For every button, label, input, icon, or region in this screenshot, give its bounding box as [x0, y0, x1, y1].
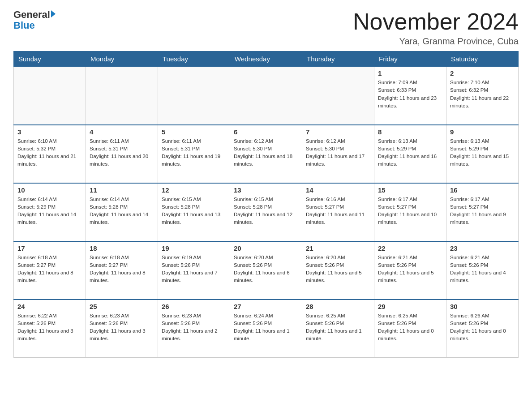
header-monday: Monday	[86, 51, 158, 67]
day-info: Sunrise: 6:15 AMSunset: 5:28 PMDaylight:…	[234, 196, 298, 227]
day-info: Sunrise: 7:10 AMSunset: 6:32 PMDaylight:…	[450, 79, 515, 110]
day-info: Sunrise: 6:22 AMSunset: 5:26 PMDaylight:…	[17, 312, 82, 343]
calendar-cell: 25Sunrise: 6:23 AMSunset: 5:26 PMDayligh…	[86, 300, 158, 358]
day-number: 5	[162, 128, 226, 136]
day-info: Sunrise: 6:18 AMSunset: 5:27 PMDaylight:…	[17, 254, 82, 285]
day-info: Sunrise: 6:10 AMSunset: 5:32 PMDaylight:…	[17, 137, 82, 168]
calendar-cell: 29Sunrise: 6:25 AMSunset: 5:26 PMDayligh…	[374, 300, 446, 358]
day-number: 28	[306, 303, 370, 310]
calendar-cell: 4Sunrise: 6:11 AMSunset: 5:31 PMDaylight…	[86, 125, 158, 183]
calendar-cell: 7Sunrise: 6:12 AMSunset: 5:30 PMDaylight…	[302, 125, 374, 183]
calendar-cell	[14, 67, 86, 125]
day-number: 6	[234, 128, 298, 136]
day-number: 20	[234, 244, 298, 252]
title-section: November 2024 Yara, Granma Province, Cub…	[353, 9, 519, 47]
day-number: 4	[90, 128, 154, 136]
day-info: Sunrise: 6:13 AMSunset: 5:29 PMDaylight:…	[378, 137, 442, 168]
day-number: 18	[90, 244, 154, 252]
day-info: Sunrise: 6:23 AMSunset: 5:26 PMDaylight:…	[162, 312, 226, 343]
day-info: Sunrise: 6:11 AMSunset: 5:31 PMDaylight:…	[162, 137, 226, 168]
day-info: Sunrise: 6:23 AMSunset: 5:26 PMDaylight:…	[90, 312, 154, 343]
calendar-cell: 2Sunrise: 7:10 AMSunset: 6:32 PMDaylight…	[446, 67, 519, 125]
calendar-cell: 16Sunrise: 6:17 AMSunset: 5:27 PMDayligh…	[446, 183, 519, 241]
logo-general: General	[13, 9, 50, 21]
calendar-cell: 15Sunrise: 6:17 AMSunset: 5:27 PMDayligh…	[374, 183, 446, 241]
day-info: Sunrise: 6:17 AMSunset: 5:27 PMDaylight:…	[450, 196, 515, 227]
day-info: Sunrise: 6:24 AMSunset: 5:26 PMDaylight:…	[234, 312, 298, 343]
month-title: November 2024	[353, 9, 519, 34]
day-number: 12	[162, 186, 226, 194]
day-number: 11	[90, 186, 154, 194]
day-number: 15	[378, 186, 442, 194]
header-thursday: Thursday	[302, 51, 374, 67]
calendar-cell: 23Sunrise: 6:21 AMSunset: 5:26 PMDayligh…	[446, 241, 519, 300]
page-header: General Blue November 2024 Yara, Granma …	[13, 9, 519, 47]
calendar-cell	[302, 67, 374, 125]
day-number: 26	[162, 303, 226, 310]
location: Yara, Granma Province, Cuba	[353, 36, 519, 47]
calendar-row-3: 10Sunrise: 6:14 AMSunset: 5:29 PMDayligh…	[14, 183, 519, 241]
calendar-row-5: 24Sunrise: 6:22 AMSunset: 5:26 PMDayligh…	[14, 300, 519, 358]
logo-text: General	[13, 9, 56, 21]
day-number: 19	[162, 244, 226, 252]
day-number: 13	[234, 186, 298, 194]
calendar-cell: 14Sunrise: 6:16 AMSunset: 5:27 PMDayligh…	[302, 183, 374, 241]
calendar-cell: 6Sunrise: 6:12 AMSunset: 5:30 PMDaylight…	[230, 125, 302, 183]
day-number: 27	[234, 303, 298, 310]
day-number: 10	[17, 186, 82, 194]
calendar-cell: 9Sunrise: 6:13 AMSunset: 5:29 PMDaylight…	[446, 125, 519, 183]
day-number: 22	[378, 244, 442, 252]
calendar-cell: 19Sunrise: 6:19 AMSunset: 5:26 PMDayligh…	[158, 241, 230, 300]
day-info: Sunrise: 6:20 AMSunset: 5:26 PMDaylight:…	[234, 254, 298, 285]
day-number: 2	[450, 69, 515, 77]
day-info: Sunrise: 6:11 AMSunset: 5:31 PMDaylight:…	[90, 137, 154, 168]
calendar-cell: 10Sunrise: 6:14 AMSunset: 5:29 PMDayligh…	[14, 183, 86, 241]
day-number: 23	[450, 244, 515, 252]
logo-arrow-icon	[51, 10, 56, 17]
day-info: Sunrise: 6:13 AMSunset: 5:29 PMDaylight:…	[450, 137, 515, 168]
day-number: 3	[17, 128, 82, 136]
day-info: Sunrise: 6:12 AMSunset: 5:30 PMDaylight:…	[234, 137, 298, 168]
logo: General Blue	[13, 9, 56, 31]
day-info: Sunrise: 6:16 AMSunset: 5:27 PMDaylight:…	[306, 196, 370, 227]
calendar-cell: 13Sunrise: 6:15 AMSunset: 5:28 PMDayligh…	[230, 183, 302, 241]
day-number: 29	[378, 303, 442, 310]
calendar-cell: 21Sunrise: 6:20 AMSunset: 5:26 PMDayligh…	[302, 241, 374, 300]
calendar-cell: 20Sunrise: 6:20 AMSunset: 5:26 PMDayligh…	[230, 241, 302, 300]
header-wednesday: Wednesday	[230, 51, 302, 67]
day-info: Sunrise: 7:09 AMSunset: 6:33 PMDaylight:…	[378, 79, 442, 110]
calendar-cell	[158, 67, 230, 125]
header-saturday: Saturday	[446, 51, 519, 67]
day-info: Sunrise: 6:14 AMSunset: 5:29 PMDaylight:…	[17, 196, 82, 227]
day-number: 17	[17, 244, 82, 252]
calendar-row-4: 17Sunrise: 6:18 AMSunset: 5:27 PMDayligh…	[14, 241, 519, 300]
calendar-table: Sunday Monday Tuesday Wednesday Thursday…	[13, 51, 519, 358]
day-info: Sunrise: 6:20 AMSunset: 5:26 PMDaylight:…	[306, 254, 370, 285]
day-number: 25	[90, 303, 154, 310]
calendar-cell: 26Sunrise: 6:23 AMSunset: 5:26 PMDayligh…	[158, 300, 230, 358]
day-info: Sunrise: 6:25 AMSunset: 5:26 PMDaylight:…	[306, 312, 370, 343]
calendar-cell: 3Sunrise: 6:10 AMSunset: 5:32 PMDaylight…	[14, 125, 86, 183]
calendar-cell: 28Sunrise: 6:25 AMSunset: 5:26 PMDayligh…	[302, 300, 374, 358]
day-number: 24	[17, 303, 82, 310]
calendar-cell: 24Sunrise: 6:22 AMSunset: 5:26 PMDayligh…	[14, 300, 86, 358]
day-number: 16	[450, 186, 515, 194]
calendar-cell: 30Sunrise: 6:26 AMSunset: 5:26 PMDayligh…	[446, 300, 519, 358]
day-info: Sunrise: 6:18 AMSunset: 5:27 PMDaylight:…	[90, 254, 154, 285]
day-info: Sunrise: 6:17 AMSunset: 5:27 PMDaylight:…	[378, 196, 442, 227]
calendar-cell	[230, 67, 302, 125]
day-info: Sunrise: 6:21 AMSunset: 5:26 PMDaylight:…	[378, 254, 442, 285]
day-number: 1	[378, 69, 442, 77]
day-info: Sunrise: 6:25 AMSunset: 5:26 PMDaylight:…	[378, 312, 442, 343]
header-friday: Friday	[374, 51, 446, 67]
calendar-cell: 18Sunrise: 6:18 AMSunset: 5:27 PMDayligh…	[86, 241, 158, 300]
calendar-row-2: 3Sunrise: 6:10 AMSunset: 5:32 PMDaylight…	[14, 125, 519, 183]
calendar-cell: 27Sunrise: 6:24 AMSunset: 5:26 PMDayligh…	[230, 300, 302, 358]
calendar-header-row: Sunday Monday Tuesday Wednesday Thursday…	[14, 51, 519, 67]
day-number: 21	[306, 244, 370, 252]
calendar-cell: 12Sunrise: 6:15 AMSunset: 5:28 PMDayligh…	[158, 183, 230, 241]
calendar-cell: 1Sunrise: 7:09 AMSunset: 6:33 PMDaylight…	[374, 67, 446, 125]
day-info: Sunrise: 6:12 AMSunset: 5:30 PMDaylight:…	[306, 137, 370, 168]
calendar-cell: 8Sunrise: 6:13 AMSunset: 5:29 PMDaylight…	[374, 125, 446, 183]
calendar-cell: 22Sunrise: 6:21 AMSunset: 5:26 PMDayligh…	[374, 241, 446, 300]
